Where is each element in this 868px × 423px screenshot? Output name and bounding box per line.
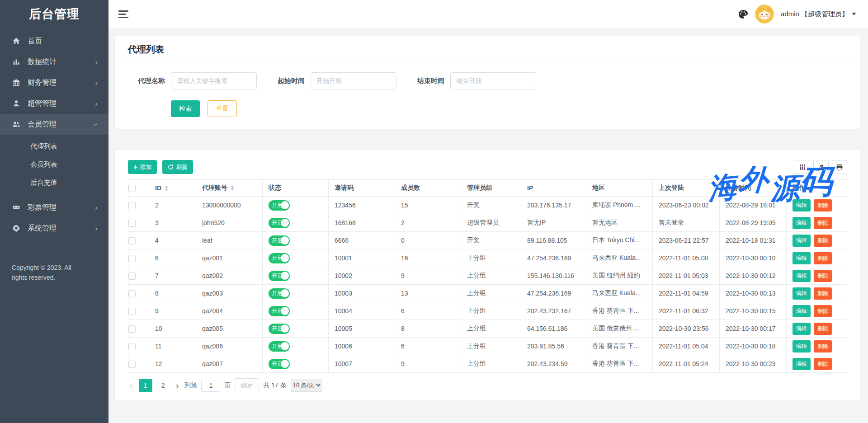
end-date-input[interactable] <box>450 72 536 89</box>
status-toggle[interactable]: 开启 <box>269 218 290 228</box>
refresh-button[interactable]: 刷新 <box>162 160 193 174</box>
sidebar-subitem-agent-list[interactable]: 代理列表 <box>0 137 108 155</box>
delete-button[interactable]: 删除 <box>814 305 832 317</box>
row-checkbox[interactable] <box>128 343 136 350</box>
cell-id: 8 <box>149 285 196 302</box>
sort-arrows-icon[interactable] <box>231 185 234 191</box>
status-toggle[interactable]: 开启 <box>269 324 290 334</box>
columns-toggle-button[interactable] <box>795 160 810 174</box>
table-row: 11qaz006开启100066上分组203.91.85.56香港 葵青區 下.… <box>128 338 847 355</box>
export-button[interactable] <box>813 160 829 174</box>
edit-button[interactable]: 编辑 <box>793 323 811 335</box>
sidebar-item-label: 财务管理 <box>28 78 95 88</box>
edit-button[interactable]: 编辑 <box>793 305 811 317</box>
cell-reg-time: 2022-10-30 00:17 <box>720 320 787 338</box>
status-toggle[interactable]: 开启 <box>269 306 290 316</box>
page-2-button[interactable]: 2 <box>156 379 170 392</box>
edit-button[interactable]: 编辑 <box>793 252 811 264</box>
row-checkbox[interactable] <box>128 237 136 244</box>
topbar: admin 【超级管理员】 <box>108 0 868 28</box>
print-button[interactable] <box>832 160 847 174</box>
sort-arrows-icon[interactable] <box>165 186 168 191</box>
edit-button[interactable]: 编辑 <box>793 358 811 370</box>
delete-button[interactable]: 删除 <box>814 199 832 212</box>
confirm-button[interactable]: 确定 <box>235 378 259 392</box>
theme-palette-icon[interactable] <box>738 9 748 19</box>
cell-status: 开启 <box>263 214 329 232</box>
status-toggle[interactable]: 开启 <box>269 341 290 352</box>
app-title: 后台管理 <box>0 0 108 28</box>
status-toggle-label: 开启 <box>272 290 283 296</box>
cell-account: qaz002 <box>196 267 263 285</box>
row-checkbox[interactable] <box>128 308 136 315</box>
cell-last-login: 2022-11-01 06:32 <box>653 302 720 320</box>
edit-button[interactable]: 编辑 <box>793 217 811 229</box>
edit-button[interactable]: 编辑 <box>793 235 811 247</box>
sidebar-item-members[interactable]: 会员管理› <box>0 114 108 135</box>
search-button[interactable]: 检索 <box>171 100 200 117</box>
edit-button[interactable]: 编辑 <box>793 340 811 352</box>
col-id[interactable]: ID <box>149 180 196 197</box>
sidebar-item-lottery[interactable]: 彩票管理› <box>0 197 108 218</box>
status-toggle[interactable]: 开启 <box>269 235 290 246</box>
sidebar-item-admin[interactable]: 超管管理› <box>0 93 108 114</box>
page-size-select[interactable]: 10 条/页 <box>291 379 322 392</box>
prev-page-button[interactable]: ‹ <box>128 381 135 390</box>
status-toggle[interactable]: 开启 <box>269 200 290 211</box>
row-checkbox[interactable] <box>128 325 136 333</box>
select-all-checkbox[interactable] <box>128 185 136 192</box>
row-checkbox-cell <box>128 214 149 232</box>
table-row: 10qaz005开启100058上分组64.156.61.186美国 俄亥俄州 … <box>128 320 847 338</box>
add-button[interactable]: + 添加 <box>128 160 157 174</box>
agent-name-input[interactable] <box>171 72 257 89</box>
sidebar-item-stats[interactable]: 数据统计› <box>0 52 108 72</box>
sidebar-item-finance[interactable]: 财务管理› <box>0 72 108 93</box>
sidebar-subitem-backend-recharge[interactable]: 后台充值 <box>0 174 108 192</box>
delete-button[interactable]: 删除 <box>814 270 832 282</box>
delete-button[interactable]: 删除 <box>814 252 832 264</box>
row-checkbox[interactable] <box>128 273 136 280</box>
next-page-button[interactable]: › <box>174 381 181 390</box>
row-checkbox[interactable] <box>128 255 136 262</box>
reset-button[interactable]: 重置 <box>208 100 237 117</box>
avatar[interactable] <box>755 5 774 24</box>
sidebar-subitem-member-list[interactable]: 会员列表 <box>0 155 108 174</box>
delete-button[interactable]: 删除 <box>814 323 832 335</box>
cell-members: 2 <box>395 214 461 232</box>
delete-button[interactable]: 删除 <box>814 235 832 247</box>
cell-account: qaz003 <box>196 285 263 302</box>
col-account[interactable]: 代理账号 <box>196 180 263 197</box>
delete-button[interactable]: 删除 <box>814 287 832 300</box>
row-checkbox[interactable] <box>128 202 136 209</box>
cell-region: 美国 纽约州 紐約 <box>586 267 653 285</box>
row-checkbox-cell <box>128 355 149 373</box>
edit-button[interactable]: 编辑 <box>793 270 811 282</box>
sidebar-item-system[interactable]: 系统管理› <box>0 218 108 239</box>
status-toggle[interactable]: 开启 <box>269 359 290 369</box>
status-toggle[interactable]: 开启 <box>269 288 290 299</box>
delete-button[interactable]: 删除 <box>814 217 832 229</box>
edit-button[interactable]: 编辑 <box>793 287 811 300</box>
cell-status: 开启 <box>263 249 329 267</box>
gear-icon <box>12 224 21 233</box>
user-dropdown[interactable]: admin 【超级管理员】 <box>781 10 856 19</box>
row-checkbox[interactable] <box>128 361 136 368</box>
cell-region: 香港 葵青區 下... <box>586 338 653 355</box>
cell-status: 开启 <box>263 338 329 355</box>
cell-id: 3 <box>149 214 196 232</box>
cell-ip: 暂无IP <box>521 214 586 232</box>
cell-admin-group: 上分组 <box>461 355 521 373</box>
row-checkbox[interactable] <box>128 220 136 227</box>
row-checkbox[interactable] <box>128 290 136 297</box>
sidebar-item-home[interactable]: 首页 <box>0 31 108 52</box>
start-date-input[interactable] <box>311 72 396 89</box>
page-1-button[interactable]: 1 <box>139 379 152 392</box>
status-toggle[interactable]: 开启 <box>269 253 290 263</box>
jump-page-input[interactable] <box>201 379 220 392</box>
delete-button[interactable]: 删除 <box>814 358 832 370</box>
status-toggle[interactable]: 开启 <box>269 271 290 281</box>
delete-button[interactable]: 删除 <box>814 340 832 352</box>
edit-button[interactable]: 编辑 <box>793 199 811 212</box>
hamburger-menu-icon[interactable] <box>118 10 128 18</box>
cell-ip: 202.43.232.167 <box>521 302 586 320</box>
